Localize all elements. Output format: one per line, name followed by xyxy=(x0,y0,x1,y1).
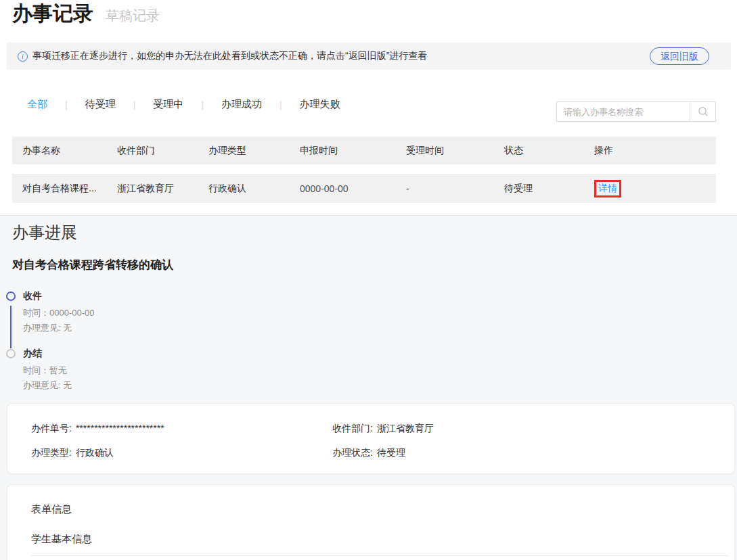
tab-accepting[interactable]: 受理中 xyxy=(153,98,183,111)
timeline-step-opinion-finish: 办理意见: 无 xyxy=(23,379,72,392)
info-circle-icon: i xyxy=(18,51,28,62)
col-header-action: 操作 xyxy=(584,145,716,157)
timeline-step-label-receive: 收件 xyxy=(23,290,42,302)
row-cell-apply-time: 0000-00-00 xyxy=(290,183,396,194)
summary-order-value: ************************ xyxy=(76,423,164,434)
search-button[interactable] xyxy=(690,102,715,121)
row-cell-name: 对自考合格课程... xyxy=(12,183,107,195)
row-cell-department: 浙江省教育厅 xyxy=(107,183,198,195)
tab-all[interactable]: 全部 xyxy=(27,98,47,111)
tab-separator: | xyxy=(280,99,282,110)
timeline-connector-line xyxy=(10,306,12,348)
summary-order-label: 办件单号: xyxy=(31,423,72,434)
row-cell-accept-time: - xyxy=(396,183,494,194)
page-subtitle-draft-records[interactable]: 草稿记录 xyxy=(106,7,160,25)
timeline-step-circle-finish xyxy=(6,349,16,358)
row-cell-action: 详情 xyxy=(584,180,716,197)
summary-status-value: 待受理 xyxy=(377,447,405,458)
form-section-title: 表单信息 xyxy=(31,503,72,516)
search-box xyxy=(556,101,716,122)
col-header-accept-time: 受理时间 xyxy=(396,145,494,157)
col-header-name: 办事名称 xyxy=(12,145,107,157)
tab-separator: | xyxy=(201,99,204,110)
tab-failed[interactable]: 办理失败 xyxy=(300,98,340,111)
page-container: 办事记录 草稿记录 i 事项迁移正在逐步进行，如您的申办无法在此处看到或状态不正… xyxy=(0,0,737,560)
title-row: 办事记录 草稿记录 xyxy=(12,0,160,28)
page-title: 办事记录 xyxy=(12,0,93,28)
records-table-header: 办事名称 收件部门 办理类型 申报时间 受理时间 状态 操作 xyxy=(12,137,716,164)
status-tabs: 全部 | 待受理 | 受理中 | 办理成功 | 办理失败 xyxy=(27,98,340,111)
back-to-old-version-button[interactable]: 返回旧版 xyxy=(650,47,709,65)
summary-department: 收件部门:浙江省教育厅 xyxy=(332,423,434,435)
tab-separator: | xyxy=(133,99,136,110)
col-header-status: 状态 xyxy=(494,145,584,157)
tab-pending-accept[interactable]: 待受理 xyxy=(85,98,116,111)
summary-status: 办理状态:待受理 xyxy=(332,447,405,459)
summary-status-label: 办理状态: xyxy=(332,447,373,458)
banner-text: 事项迁移正在逐步进行，如您的申办无法在此处看到或状态不正确，请点击“返回旧版”进… xyxy=(32,50,427,62)
summary-order-number: 办件单号:************************ xyxy=(31,423,164,435)
tab-success[interactable]: 办理成功 xyxy=(221,98,262,111)
timeline-step-label-finish: 办结 xyxy=(23,348,42,360)
timeline-step-circle-receive xyxy=(6,291,16,301)
search-input[interactable] xyxy=(557,102,690,121)
progress-item-name: 对自考合格课程跨省转移的确认 xyxy=(12,257,173,273)
col-header-type: 办理类型 xyxy=(198,145,290,157)
timeline-step-time-finish: 时间：暂无 xyxy=(23,365,67,377)
summary-dept-value: 浙江省教育厅 xyxy=(377,423,434,434)
col-header-department: 收件部门 xyxy=(107,145,198,157)
detail-link[interactable]: 详情 xyxy=(594,180,621,197)
progress-section: 办事进展 对自考合格课程跨省转移的确认 收件 时间：0000-00-00 办理意… xyxy=(0,215,737,560)
form-subsection-title: 学生基本信息 xyxy=(31,533,92,546)
migration-notice-banner: i 事项迁移正在逐步进行，如您的申办无法在此处看到或状态不正确，请点击“返回旧版… xyxy=(7,43,731,70)
summary-type: 办理类型:行政确认 xyxy=(31,447,114,459)
row-cell-type: 行政确认 xyxy=(198,183,290,195)
summary-type-value: 行政确认 xyxy=(76,447,114,458)
timeline-step-opinion-receive: 办理意见: 无 xyxy=(23,322,72,334)
form-divider xyxy=(31,555,729,556)
form-info-card: 表单信息 学生基本信息 xyxy=(7,484,735,560)
tab-separator: | xyxy=(65,99,68,110)
summary-type-label: 办理类型: xyxy=(31,447,72,458)
summary-dept-label: 收件部门: xyxy=(332,423,373,434)
col-header-apply-time: 申报时间 xyxy=(290,145,396,157)
timeline-step-time-receive: 时间：0000-00-00 xyxy=(23,307,95,319)
row-cell-status: 待受理 xyxy=(494,183,584,195)
summary-card: 办件单号:************************ 收件部门:浙江省教育… xyxy=(7,403,735,474)
progress-section-title: 办事进展 xyxy=(12,222,77,243)
search-icon xyxy=(698,106,709,117)
table-row: 对自考合格课程... 浙江省教育厅 行政确认 0000-00-00 - 待受理 … xyxy=(12,174,716,203)
